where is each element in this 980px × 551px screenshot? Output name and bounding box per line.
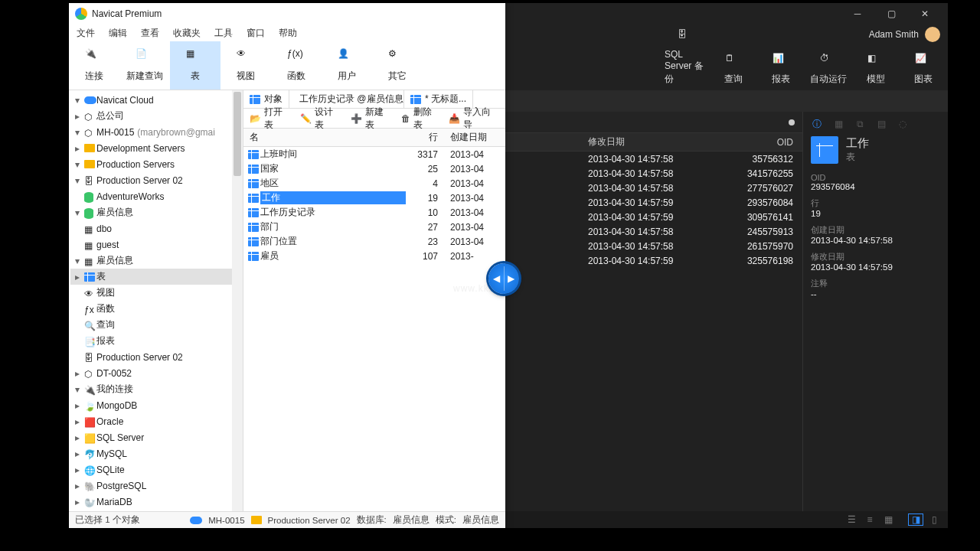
tree-scrollbar[interactable] [232,90,243,511]
refresh-icon[interactable]: ◌ [897,118,909,130]
other-button[interactable]: ⚙其它 [372,41,423,90]
tree-node[interactable]: 📑报表 [70,333,241,349]
table-button[interactable]: ▦表 [170,41,220,90]
table-row[interactable]: 工作历史记录102013-04 [243,205,505,220]
ddl-icon[interactable]: ▦ [832,118,844,130]
col-oid[interactable]: OID [718,133,802,151]
caret-icon[interactable]: ▾ [74,384,81,395]
caret-icon[interactable]: ▸ [74,143,81,154]
action-设计表[interactable]: ✏️设计表 [300,106,341,132]
tree-node[interactable]: ▸🦭MariaDB [70,494,241,510]
col-created[interactable]: 创建日期 [444,129,505,146]
info-icon[interactable]: ⓘ [811,118,823,130]
tree-node[interactable]: ▾Production Servers [70,156,241,172]
view-grid-icon[interactable]: ▦ [880,514,896,526]
col-modified[interactable]: 修改日期 [580,133,718,151]
connect-button[interactable]: 🔌连接 [69,41,119,90]
function-button[interactable]: ƒ(x)函数 [271,41,322,90]
new-query-button[interactable]: 📄新建查询 [119,41,170,90]
report-button[interactable]: 📊报表 [760,50,802,90]
tree-node[interactable]: ▸🟥Oracle [70,413,241,429]
tree-node[interactable]: ▸🐘PostgreSQL [70,478,241,494]
tree-label: Development Servers [96,143,185,154]
table-row[interactable]: 上班时间33172013-04 [243,147,505,161]
tree-node[interactable]: ▦guest [70,236,241,253]
backup-button[interactable]: 🗄SQL Server 备份 [665,26,707,90]
view-list-icon[interactable]: ☰ [844,514,859,526]
caret-icon[interactable]: ▾ [74,256,81,266]
panel-toggle2-icon[interactable]: ▯ [926,514,942,526]
tree-node[interactable]: ▸⬡DT-0052 [70,365,241,381]
table-row[interactable]: 部门272013-04 [243,220,505,234]
tree-node[interactable]: 👁视图 [70,285,241,301]
table-row[interactable]: 国家252013-04 [243,161,505,176]
action-导入向导[interactable]: 📥导入向导 [449,106,499,132]
caret-icon[interactable]: ▸ [74,416,81,427]
caret-icon[interactable]: ▸ [74,465,81,475]
query-button[interactable]: 🗒查询 [712,50,755,90]
caret-icon[interactable]: ▸ [74,497,81,507]
tree-node[interactable]: ▾🔌我的连接 [70,381,241,397]
menu-帮助[interactable]: 帮助 [279,27,297,40]
tree-node[interactable]: 🔍查询 [70,317,241,333]
caret-icon[interactable]: ▾ [74,95,81,106]
tree-node[interactable]: ▸表 [70,269,241,285]
table-row[interactable]: 工作192013-04 [243,191,505,205]
tree-node[interactable]: AdventureWorks [70,188,241,204]
tree-node[interactable]: ▸Development Servers [70,140,241,156]
caret-icon[interactable]: ▸ [74,481,81,491]
table-row[interactable]: 雇员1072013- [243,249,505,263]
caret-icon[interactable]: ▾ [74,127,81,138]
avatar[interactable] [925,27,940,42]
caret-icon[interactable]: ▾ [74,175,81,186]
caret-icon[interactable]: ▸ [74,432,81,443]
grid-icon[interactable]: ▤ [875,118,887,130]
minimize-button[interactable]: ─ [841,3,874,24]
caret-icon[interactable]: ▾ [74,159,81,170]
tree-node[interactable]: ▾Navicat Cloud [70,92,241,108]
menu-窗口[interactable]: 窗口 [247,27,265,40]
tree-node[interactable]: ▸🍃MongoDB [70,397,241,413]
caret-icon[interactable]: ▾ [74,207,81,218]
menu-编辑[interactable]: 编辑 [109,27,127,40]
action-删除表[interactable]: 🗑删除表 [401,106,440,132]
action-打开表[interactable]: 📂打开表 [250,106,291,132]
panel-toggle-icon[interactable]: ◨ [908,514,923,526]
model-button[interactable]: ◧模型 [854,50,897,90]
menu-文件[interactable]: 文件 [77,27,95,40]
tree-node[interactable]: ▾🗄Production Server 02 [70,172,241,188]
tree-node[interactable]: 🗄Production Server 02 [70,349,241,365]
chart-button[interactable]: 📈图表 [902,50,945,90]
caret-icon[interactable]: ▸ [74,368,81,379]
col-rows[interactable]: 行 [406,129,444,146]
caret-icon[interactable]: ▸ [74,400,81,411]
col-name[interactable]: 名 [243,129,406,146]
close-button[interactable]: ✕ [908,3,942,24]
tree-node[interactable]: ▸🐬MySQL [70,445,241,461]
caret-icon[interactable]: ▸ [74,111,81,122]
comparison-slider-handle[interactable]: ◀ ▶ [488,263,519,294]
table-row[interactable]: 地区42013-04 [243,176,505,191]
maximize-button[interactable]: ▢ [874,3,908,24]
table-row[interactable]: 部门位置232013-04 [243,234,505,249]
tree-node[interactable]: ƒx函数 [70,301,241,317]
caret-icon[interactable]: ▸ [74,272,81,282]
tree-node[interactable]: ▾雇员信息 [70,204,241,220]
preview-icon[interactable]: ⧉ [854,118,866,130]
tree-node[interactable]: ▾⬡MH-0015 (marybrown@gmai [70,124,241,140]
caret-icon[interactable]: ▸ [74,448,81,459]
menu-收藏夹[interactable]: 收藏夹 [173,27,201,40]
autorun-button[interactable]: ⏱自动运行 [807,50,850,90]
connection-tree[interactable]: ▾Navicat Cloud▸⬡总公司▾⬡MH-0015 (marybrown@… [69,90,243,511]
user-button[interactable]: 👤用户 [322,41,372,90]
tree-node[interactable]: ▾▦雇员信息 [70,253,241,269]
menu-工具[interactable]: 工具 [214,27,233,40]
tree-node[interactable]: ▸⬡总公司 [70,108,241,124]
tree-node[interactable]: ▦dbo [70,220,241,236]
tree-node[interactable]: ▸🌐SQLite [70,461,241,478]
action-新建表[interactable]: ➕新建表 [351,106,392,132]
tree-node[interactable]: ▸🟨SQL Server [70,429,241,445]
view-detail-icon[interactable]: ≡ [862,514,877,526]
menu-查看[interactable]: 查看 [141,27,159,40]
view-button[interactable]: 👁视图 [220,41,271,90]
